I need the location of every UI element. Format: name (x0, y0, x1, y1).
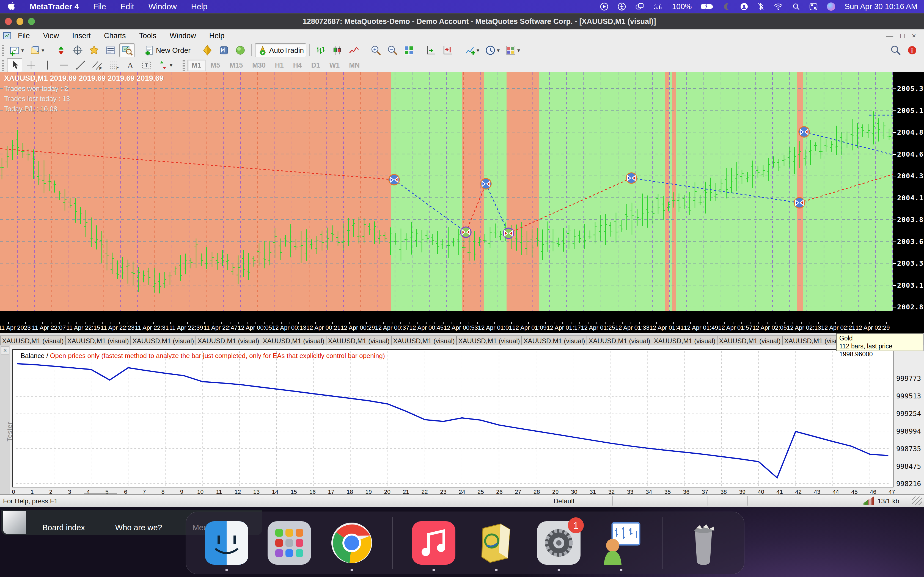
chart-tab[interactable]: XAUUSD,M1 (visual) (131, 335, 196, 346)
chart-tab[interactable]: XAUUSD,M1 (visual) (457, 335, 522, 346)
new-order-button[interactable]: New Order (142, 44, 193, 57)
dropdown-arrow-icon[interactable]: ▾ (517, 47, 520, 53)
chart-tab[interactable]: XAUUSD,M1 (visual) (587, 335, 652, 346)
minimize-traffic-light[interactable] (16, 18, 23, 25)
app-menu-window[interactable]: Window (163, 32, 203, 40)
label-tool-button[interactable]: T (139, 58, 154, 72)
chart-tab[interactable]: XAUUSD,M1 (visual) (65, 335, 131, 346)
tester-close-button[interactable]: × (1, 347, 9, 355)
time-axis[interactable]: 11 Apr 202311 Apr 22:0711 Apr 22:1511 Ap… (0, 322, 924, 333)
zoom-out-button[interactable] (385, 44, 400, 57)
link-who-are-we[interactable]: Who are we? (115, 523, 162, 532)
strategy-tester-button[interactable] (120, 44, 135, 57)
timeframe-h1[interactable]: H1 (271, 60, 288, 71)
profiles-button[interactable]: ▾ (27, 44, 47, 57)
terminal-button[interactable] (103, 44, 118, 57)
fibonacci-tool-button[interactable]: F (106, 58, 121, 72)
status-profile[interactable]: Default (554, 497, 575, 505)
dock-metatrader4-icon[interactable] (599, 521, 643, 565)
tile-windows-button[interactable] (401, 44, 417, 57)
app-menu-charts[interactable]: Charts (97, 32, 132, 40)
bar-chart-button[interactable] (313, 44, 328, 57)
search-button[interactable] (888, 44, 903, 57)
app-menu-file[interactable]: File (11, 32, 37, 40)
metaquotes-button[interactable] (216, 44, 231, 57)
chart-tab[interactable]: XAUUSD,M1 (visual) (261, 335, 326, 346)
dock-finder-icon[interactable] (205, 521, 248, 565)
chart-tab[interactable]: XAUUSD,M1 (visual) (326, 335, 391, 346)
timeframe-m5[interactable]: M5 (207, 60, 225, 71)
dock-trash-icon[interactable] (682, 521, 725, 565)
chart-tab[interactable]: XAUUSD,M1 (visual) (652, 335, 717, 346)
app-menu-view[interactable]: View (37, 32, 66, 40)
arrows-tool-button[interactable]: ▾ (155, 58, 174, 72)
child-restore-icon[interactable]: □ (900, 32, 905, 40)
bluetooth-icon[interactable] (758, 2, 764, 11)
user-icon[interactable] (740, 2, 748, 11)
accessibility-icon[interactable] (618, 2, 626, 11)
trade-entry-marker[interactable] (626, 173, 636, 183)
line-chart-button[interactable] (346, 44, 361, 57)
community-button[interactable] (233, 44, 248, 57)
play-circle-icon[interactable] (600, 2, 608, 11)
app-menu-help[interactable]: Help (203, 32, 231, 40)
menubar-file[interactable]: File (86, 2, 113, 11)
apple-logo-icon[interactable] (0, 2, 23, 11)
channel-tool-button[interactable]: E (89, 58, 105, 72)
timeframe-w1[interactable]: W1 (325, 60, 344, 71)
close-traffic-light[interactable] (5, 18, 12, 25)
dock-chrome-icon[interactable] (330, 521, 373, 565)
timeframe-m30[interactable]: M30 (248, 60, 270, 71)
timeframe-mn[interactable]: MN (345, 60, 364, 71)
market-watch-button[interactable] (53, 44, 69, 57)
menubar-app-name[interactable]: MetaTrader 4 (23, 2, 86, 11)
trade-entry-marker[interactable] (481, 179, 491, 189)
dock-mql-docs-icon[interactable] (475, 521, 518, 565)
trade-exit-marker[interactable] (503, 228, 514, 239)
navigator-button[interactable] (86, 44, 102, 57)
menubar-clock[interactable]: Sun Apr 30 10:16 AM (845, 2, 918, 11)
app-menu-tools[interactable]: Tools (132, 32, 163, 40)
search-icon[interactable] (792, 3, 800, 10)
dropdown-arrow-icon[interactable]: ▾ (21, 47, 24, 53)
chart-tab[interactable]: XAUUSD,M1 (visual) (717, 335, 782, 346)
balance-graph[interactable] (12, 349, 893, 487)
chart-tab[interactable]: XAUUSD,M1 (visual) (391, 335, 457, 346)
trade-entry-marker[interactable] (389, 174, 399, 185)
auto-scroll-button[interactable] (423, 44, 439, 57)
cursor-tool-button[interactable] (7, 58, 22, 72)
dock-music-icon[interactable] (412, 521, 456, 565)
vline-tool-button[interactable] (40, 58, 55, 72)
child-minimize-icon[interactable]: — (886, 32, 893, 40)
chart-tab[interactable]: XAUUSD,M1 (visual) (522, 335, 587, 346)
alerts-button[interactable]: i (905, 44, 920, 57)
dropdown-arrow-icon[interactable]: ▾ (497, 47, 500, 53)
hline-tool-button[interactable] (57, 58, 72, 72)
text-tool-button[interactable]: A (123, 58, 138, 72)
timeframe-d1[interactable]: D1 (307, 60, 324, 71)
menubar-help[interactable]: Help (184, 2, 215, 11)
displays-icon[interactable] (635, 2, 644, 11)
resize-grip[interactable] (912, 496, 922, 505)
link-board-index[interactable]: Board index (42, 523, 85, 532)
chart-tab[interactable]: XAUUSD,M1 (visual) (196, 335, 261, 346)
dropdown-arrow-icon[interactable]: ▾ (477, 47, 479, 53)
child-close-icon[interactable]: × (912, 32, 916, 40)
templates-button[interactable]: ▾ (503, 44, 522, 57)
activity-icon[interactable] (653, 3, 663, 10)
siri-icon[interactable] (827, 2, 835, 11)
timeframe-m15[interactable]: M15 (226, 60, 247, 71)
trade-entry-marker[interactable] (799, 127, 809, 137)
battery-icon[interactable] (701, 3, 714, 10)
zoom-in-button[interactable] (368, 44, 384, 57)
price-axis[interactable]: 2005.352005.102004.852004.602004.352004.… (893, 72, 924, 322)
timeframe-m1[interactable]: M1 (187, 60, 205, 71)
trade-exit-marker[interactable] (460, 227, 471, 237)
trade-entry-marker[interactable] (794, 198, 804, 208)
dropdown-arrow-icon[interactable]: ▾ (42, 47, 44, 53)
periods-button[interactable]: ▾ (483, 44, 502, 57)
dock-system-settings-icon[interactable]: 1 (537, 521, 580, 565)
data-window-button[interactable] (70, 44, 85, 57)
timeframe-h4[interactable]: H4 (289, 60, 306, 71)
indicators-button[interactable]: ▾ (462, 44, 481, 57)
